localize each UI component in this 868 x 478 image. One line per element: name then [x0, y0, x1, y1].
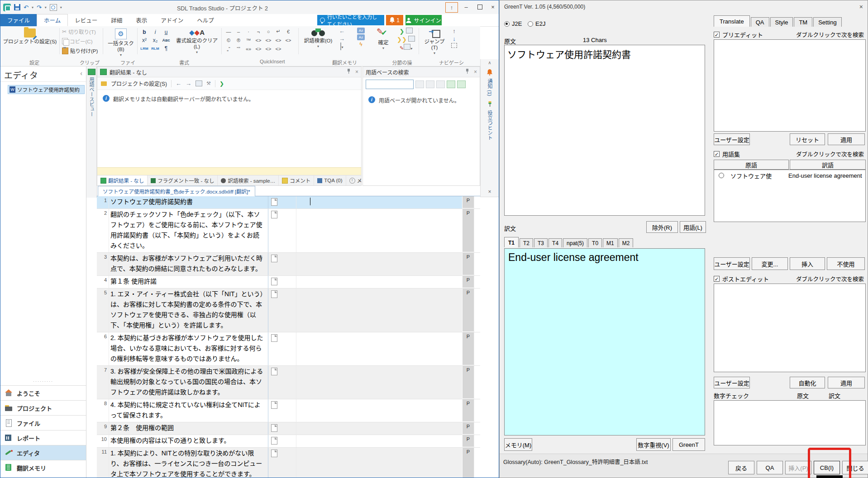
segment-target-cell[interactable]: [296, 209, 462, 252]
number-check-list[interactable]: [714, 400, 866, 445]
quickinsert-char-button[interactable]: ©: [224, 36, 233, 44]
target-term-column-header[interactable]: 訳語: [790, 160, 866, 170]
direction-e2j-radio[interactable]: E2J: [528, 20, 545, 27]
close-panel-icon[interactable]: ×: [474, 69, 477, 75]
sidebar-nav-item[interactable]: レポート: [0, 430, 86, 445]
quickinsert-char-button[interactable]: –: [234, 28, 243, 35]
preedit-user-settings-button[interactable]: ユーザー設定: [714, 133, 750, 145]
termbase-list-icon[interactable]: [447, 80, 455, 88]
down-arrow-icon[interactable]: ↓: [453, 35, 456, 42]
segment-target-cell[interactable]: [296, 366, 462, 399]
lrm-button[interactable]: LRM: [140, 47, 148, 51]
target-tab[interactable]: T3: [534, 238, 548, 247]
redo-dropdown-icon[interactable]: ▾: [45, 5, 47, 9]
ribbon-tab[interactable]: 詳細: [104, 14, 129, 26]
az-card-icon[interactable]: Az: [357, 28, 365, 33]
lightning-icon[interactable]: ϟ: [359, 41, 362, 47]
table-row[interactable]: 11 1. 本契約により、NITとの特別な取り決めがない限り、お客様は、一ライセ…: [97, 448, 480, 478]
up-arrow-icon[interactable]: ↑: [453, 28, 456, 34]
greent-tab[interactable]: Setting: [813, 17, 841, 27]
table-row[interactable]: 7 3. お客様が安全保障上その他の理由で米国政府による輸出規制の対象となってい…: [97, 366, 480, 399]
table-row[interactable]: 9 第２条 使用権の範囲 P: [97, 422, 480, 435]
ribbon-tab[interactable]: レビュー: [68, 14, 104, 26]
pin-icon[interactable]: [465, 69, 469, 76]
ribbon-tab[interactable]: アドイン: [154, 14, 190, 26]
previous-result-icon[interactable]: ←: [176, 80, 181, 87]
quickinsert-char-button[interactable]: —: [224, 28, 233, 35]
sign-in-button[interactable]: サインイン: [405, 15, 442, 25]
confirm-button[interactable]: ✎✔ 確定 ▾: [372, 27, 395, 57]
source-term-column-header[interactable]: 原語: [714, 160, 789, 170]
preview-icon[interactable]: [50, 4, 57, 11]
segment-target-cell[interactable]: [296, 276, 462, 288]
quickinsert-char-button[interactable]: „“: [224, 45, 233, 52]
postedit-user-settings-button[interactable]: ユーザー設定: [714, 377, 750, 388]
segment-target-cell[interactable]: [296, 422, 462, 435]
segment-source-text[interactable]: 第１条 使用許諾: [109, 276, 268, 288]
quickinsert-char-button[interactable]: <>: [274, 45, 283, 52]
reset-button[interactable]: リセット: [790, 133, 825, 145]
quickinsert-char-button[interactable]: <>: [254, 45, 263, 52]
ribbon-tab[interactable]: ホーム: [37, 14, 68, 26]
greent-tab[interactable]: Style: [770, 17, 793, 27]
collapse-ribbon-icon[interactable]: ∧: [481, 59, 499, 66]
segment-target-cell[interactable]: [296, 253, 462, 275]
termbase-search-icon[interactable]: [415, 80, 424, 88]
ribbon-tab[interactable]: ヘルプ: [190, 14, 221, 26]
jump-button[interactable]: ➜ ジャンプ(T) ▾: [421, 27, 448, 57]
maximize-button[interactable]: [474, 2, 486, 12]
exclude-button[interactable]: 除外(R): [646, 221, 678, 233]
target-tab[interactable]: T4: [548, 238, 562, 247]
redo-icon[interactable]: ↷: [37, 4, 42, 11]
qat-menu-icon[interactable]: ▾: [60, 5, 62, 9]
quickinsert-char-button[interactable]: ↵: [274, 28, 283, 35]
greent-tab[interactable]: TM: [794, 17, 812, 27]
app-icon[interactable]: [3, 4, 11, 11]
quickinsert-char-button[interactable]: ¬: [254, 28, 263, 35]
sidebar-splitter-handle[interactable]: ·········: [0, 379, 86, 383]
target-tab[interactable]: npat(5): [563, 238, 587, 247]
close-panel-icon[interactable]: ×: [355, 69, 358, 75]
source-textbox[interactable]: ソフトウェア使用許諾契約書: [504, 45, 705, 216]
table-row[interactable]: 6 2. 本契約に基づきお客様が本ソフトウェアを使用した場合、いかなる意味におい…: [97, 332, 480, 366]
minimize-button[interactable]: –: [460, 2, 472, 12]
table-row[interactable]: 8 4. 本契約に特に規定されていない権利は全てNITによって留保されます。 P: [97, 399, 480, 422]
save-icon[interactable]: [14, 4, 20, 10]
greent-tab[interactable]: Translate: [714, 15, 750, 27]
qa-button[interactable]: QA: [757, 461, 783, 474]
quickinsert-char-button[interactable]: “”: [234, 45, 243, 52]
target-tab[interactable]: M1: [603, 238, 618, 247]
segment-target-cell[interactable]: [296, 399, 462, 422]
collapse-sidebar-icon[interactable]: ‹: [80, 70, 82, 77]
segment-source-text[interactable]: 2. 本契約に基づきお客様が本ソフトウェアを使用した場合、いかなる意味においても…: [109, 332, 268, 365]
quickinsert-char-button[interactable]: «»: [244, 45, 253, 52]
clear-formatting-button[interactable]: ◆◆A 書式設定のクリア(L) ▾: [173, 27, 220, 57]
pilcrow-button[interactable]: ¶: [165, 45, 167, 52]
change-button[interactable]: 変更...: [752, 257, 788, 270]
cb-button[interactable]: CB(I): [814, 461, 840, 474]
glossary-checkbox[interactable]: ✓ 用語集: [714, 150, 740, 158]
term-button[interactable]: 用語(L): [680, 221, 706, 233]
subscript-button[interactable]: x₂: [153, 37, 158, 43]
results-bottom-tab[interactable]: フラグメント一致 - なし: [148, 175, 218, 185]
quickinsert-char-button[interactable]: ○: [264, 28, 273, 35]
preedit-checkbox[interactable]: ✓ プリエディット: [714, 30, 763, 39]
concordance-search-button[interactable]: 訳語検索(O) ▾: [301, 27, 335, 57]
undo-dropdown-icon[interactable]: ▾: [32, 5, 33, 9]
results-project-settings-button[interactable]: プロジェクトの設定(S): [111, 80, 167, 87]
rlm-button[interactable]: RLM: [151, 47, 159, 51]
memory-button[interactable]: メモリ(M): [504, 438, 532, 451]
results-bottom-tab[interactable]: TQA (0): [314, 175, 346, 185]
segment-source-text[interactable]: 第２条 使用権の範囲: [109, 422, 268, 435]
segment-source-text[interactable]: 翻訳のチェックソフト「色deチェック」（以下、本ソフトウェア）をご使用になる前に…: [109, 209, 268, 252]
quickinsert-char-button[interactable]: ·: [244, 28, 253, 35]
quickinsert-char-button[interactable]: <>: [264, 45, 273, 52]
notifications-tab[interactable]: 通知 (1): [486, 79, 493, 96]
next-segment-icon[interactable]: ❯: [399, 28, 413, 35]
target-tab[interactable]: T1: [504, 237, 519, 247]
segment-source-text[interactable]: 本契約は、お客様が本ソフトウェアご利用いただく時点で、本契約の締結に同意されたも…: [109, 253, 268, 275]
selection-box-icon[interactable]: [451, 43, 457, 48]
segment-source-text[interactable]: 1. エヌ・アイ・ティー株式会社（以下「NIT」という）は、お客様に対して本契約…: [109, 289, 268, 332]
quickinsert-char-button[interactable]: <>: [274, 36, 283, 44]
table-row[interactable]: 5 1. エヌ・アイ・ティー株式会社（以下「NIT」という）は、お客様に対して本…: [97, 289, 480, 332]
